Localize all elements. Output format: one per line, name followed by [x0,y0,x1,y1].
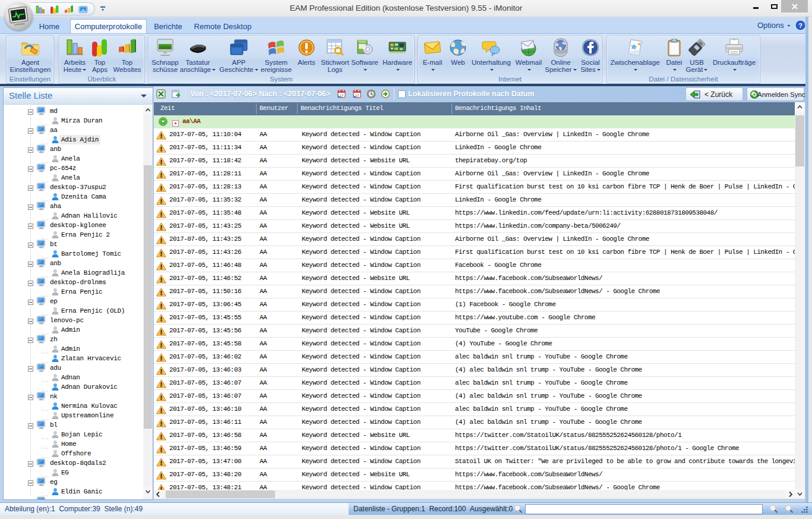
svg-text:17: 17 [340,94,344,97]
svg-text:17: 17 [355,94,359,97]
svg-text:?: ? [798,22,802,29]
